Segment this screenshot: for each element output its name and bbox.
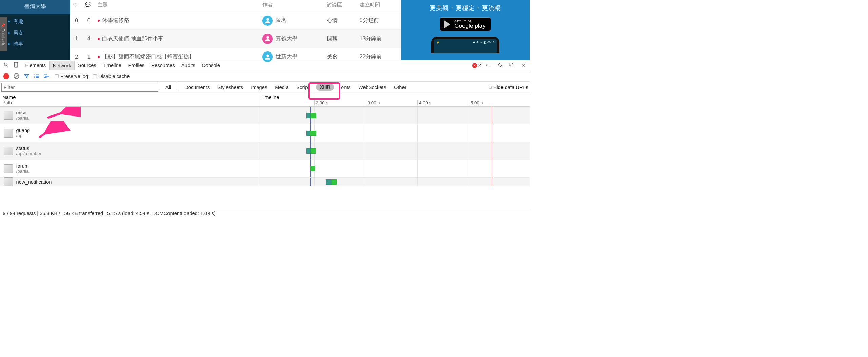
- devtools-tab-elements[interactable]: Elements: [22, 61, 49, 70]
- gplay-big: Google play: [454, 23, 485, 29]
- request-timeline-cell: [258, 142, 529, 160]
- device-icon[interactable]: [12, 62, 20, 69]
- request-row[interactable]: status/api/member: [0, 142, 530, 160]
- timing-bar: [331, 179, 337, 185]
- request-name: new_notification: [16, 179, 52, 185]
- filter-tab-other[interactable]: Other: [393, 83, 407, 91]
- post-time: 5分鐘前: [357, 12, 401, 29]
- clear-icon[interactable]: [14, 73, 19, 79]
- overview-icon[interactable]: [44, 74, 50, 78]
- search-icon[interactable]: [2, 62, 10, 68]
- col-time: 建立時間: [357, 0, 401, 12]
- request-name: status: [16, 146, 42, 151]
- board-name: 心情: [324, 12, 357, 29]
- forum-row[interactable]: 14白衣天使們 抽血那件小事嘉義大學閒聊13分鐘前: [70, 30, 401, 48]
- list-icon[interactable]: [34, 74, 39, 78]
- google-play-badge[interactable]: GET IT ON Google play: [440, 17, 491, 31]
- author-name: 匿名: [276, 17, 287, 24]
- request-path: /api: [16, 133, 30, 138]
- record-button[interactable]: [3, 73, 9, 79]
- request-thumbnail: [4, 164, 13, 173]
- request-path: /partial: [16, 169, 30, 174]
- comment-count: 0: [83, 12, 95, 29]
- author-cell[interactable]: 匿名: [262, 16, 322, 26]
- devtools-tab-sources[interactable]: Sources: [75, 61, 99, 70]
- devtools-tab-profiles[interactable]: Profiles: [125, 61, 148, 70]
- timing-bar: [306, 113, 311, 118]
- hide-data-urls-checkbox[interactable]: Hide data URLs: [489, 85, 528, 90]
- topic-link[interactable]: 休學這條路: [95, 12, 260, 29]
- svg-point-0: [4, 63, 7, 66]
- filter-tab-documents[interactable]: Documents: [178, 83, 211, 91]
- unread-dot-icon: [98, 38, 100, 40]
- filter-tab-script[interactable]: Script: [296, 83, 310, 91]
- devtools-tab-console[interactable]: Console: [198, 61, 223, 70]
- request-path: /partial: [16, 115, 30, 121]
- disable-cache-checkbox[interactable]: Disable cache: [93, 74, 130, 79]
- heart-count: 1: [70, 30, 83, 48]
- console-toggle-icon[interactable]: [485, 63, 493, 68]
- svg-line-8: [15, 75, 18, 78]
- domcontentloaded-line: [310, 178, 311, 186]
- request-row[interactable]: forum/partial: [0, 160, 530, 177]
- forum-sidebar: 臺灣大學 有趣男女時事: [0, 0, 70, 60]
- devtools-tab-resources[interactable]: Resources: [148, 61, 178, 70]
- svg-rect-6: [511, 64, 514, 67]
- error-count-badge[interactable]: ✕ 2: [472, 63, 481, 68]
- sidebar-item[interactable]: 有趣: [8, 16, 62, 27]
- svg-point-3: [16, 66, 16, 67]
- filter-tab-all[interactable]: All: [165, 83, 172, 91]
- comment-count: 4: [83, 30, 95, 48]
- filter-tab-stylesheets[interactable]: Stylesheets: [217, 83, 244, 91]
- filter-icon[interactable]: [24, 74, 29, 79]
- error-icon: ✕: [472, 63, 477, 68]
- filter-tab-websockets[interactable]: WebSockets: [357, 83, 387, 91]
- request-timeline-cell: [258, 178, 529, 186]
- dock-icon[interactable]: [508, 63, 516, 68]
- feedback-label: Feedback: [1, 29, 5, 45]
- topic-link[interactable]: 白衣天使們 抽血那件小事: [95, 30, 260, 48]
- filter-tab-onts[interactable]: onts: [340, 83, 352, 91]
- request-thumbnail: [4, 111, 13, 120]
- avatar: [262, 16, 273, 26]
- forum-row[interactable]: 00休學這條路匿名心情5分鐘前: [70, 12, 401, 29]
- col-board: 討論區: [324, 0, 357, 12]
- timing-bar: [310, 166, 315, 171]
- thumbtack-icon: 📌: [1, 23, 6, 27]
- devtools-tab-network[interactable]: Network: [49, 61, 75, 70]
- network-grid-header: Name Path Timeline 2.00 s3.00 s4.00 s5.0…: [0, 93, 530, 106]
- gear-icon[interactable]: [496, 62, 504, 69]
- close-icon[interactable]: ✕: [519, 63, 527, 68]
- request-row[interactable]: new_notification: [0, 178, 530, 187]
- author-cell[interactable]: 嘉義大學: [262, 34, 322, 44]
- promo-slogan: 更美觀・更穩定・更流暢: [408, 4, 524, 12]
- request-row[interactable]: misc/partial: [0, 107, 530, 124]
- column-name[interactable]: Name Path: [0, 93, 258, 106]
- sidebar-item[interactable]: 時事: [8, 39, 62, 50]
- request-name: guang: [16, 128, 30, 133]
- timeline-tick: 5.00 s: [469, 100, 483, 105]
- filter-input[interactable]: [1, 83, 159, 92]
- request-row[interactable]: guang/api: [0, 124, 530, 142]
- forum-main: ♡ 💬 主題 作者 討論區 建立時間 00休學這條路匿名心情5分鐘前14白衣天使…: [70, 0, 401, 60]
- devtools-tab-audits[interactable]: Audits: [178, 61, 198, 70]
- filter-tab-images[interactable]: Images: [250, 83, 268, 91]
- column-timeline[interactable]: Timeline 2.00 s3.00 s4.00 s5.00 s: [258, 93, 529, 106]
- filter-tab-xhr[interactable]: XHR: [316, 85, 334, 90]
- sidebar-header[interactable]: 臺灣大學: [0, 0, 70, 14]
- heart-icon: ♡: [70, 0, 83, 12]
- preserve-log-checkbox[interactable]: Preserve log: [55, 74, 88, 79]
- devtools-panel: ElementsNetworkSourcesTimelineProfilesRe…: [0, 60, 530, 218]
- svg-marker-9: [25, 75, 29, 78]
- bullet-icon: [8, 21, 10, 22]
- col-author: 作者: [260, 0, 324, 12]
- sidebar-item[interactable]: 男女: [8, 27, 62, 39]
- unread-dot-icon: [98, 56, 100, 58]
- sidebar-item-label: 有趣: [13, 18, 23, 25]
- promo-panel: 更美觀・更穩定・更流暢 GET IT ON Google play ⚡ ✱ ✈ …: [401, 0, 529, 60]
- request-thumbnail: [4, 177, 13, 186]
- feedback-tab[interactable]: 📌 Feedback: [0, 17, 7, 52]
- filter-tab-media[interactable]: Media: [274, 83, 290, 91]
- devtools-tab-timeline[interactable]: Timeline: [99, 61, 124, 70]
- timing-bar: [306, 148, 311, 154]
